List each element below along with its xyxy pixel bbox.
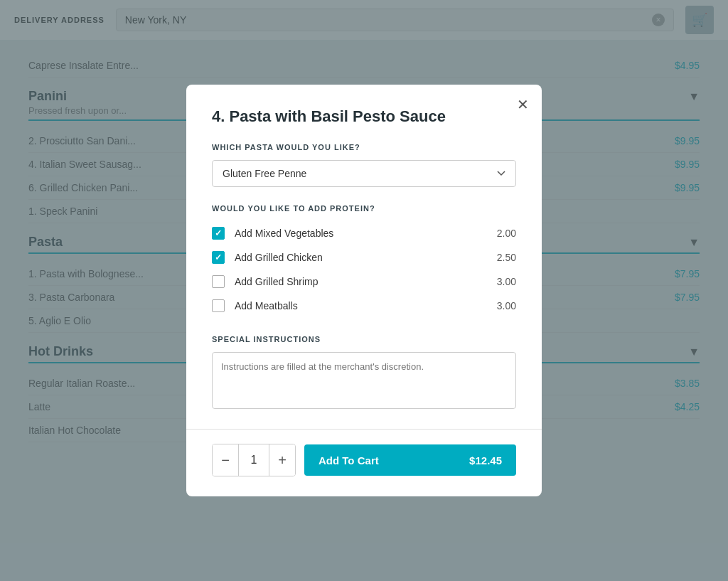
- item-customization-modal: ✕ 4. Pasta with Basil Pesto Sauce WHICH …: [186, 85, 542, 496]
- instructions-label: SPECIAL INSTRUCTIONS: [212, 335, 516, 343]
- pasta-selection-section: WHICH PASTA WOULD YOU LIKE? Regular Penn…: [212, 143, 516, 187]
- instructions-textarea[interactable]: [212, 352, 516, 409]
- grilled-chicken-checkbox[interactable]: ✓: [212, 251, 225, 264]
- protein-name: Add Grilled Shrimp: [235, 276, 497, 287]
- add-to-cart-button[interactable]: Add To Cart $12.45: [304, 444, 516, 476]
- add-to-cart-label: Add To Cart: [318, 454, 379, 467]
- protein-option-mixed-veg: ✓ Add Mixed Vegetables 2.00: [212, 221, 516, 245]
- protein-option-grilled-chicken: ✓ Add Grilled Chicken 2.50: [212, 245, 516, 270]
- protein-price: 2.00: [497, 228, 516, 239]
- protein-name: Add Grilled Chicken: [235, 252, 497, 263]
- meatballs-checkbox[interactable]: [212, 299, 225, 312]
- quantity-control: − 1 +: [212, 444, 296, 476]
- protein-name: Add Meatballs: [235, 300, 497, 311]
- quantity-decrease-button[interactable]: −: [213, 444, 238, 476]
- cart-total-price: $12.45: [469, 454, 502, 467]
- instructions-section: SPECIAL INSTRUCTIONS: [212, 335, 516, 412]
- protein-option-grilled-shrimp: Add Grilled Shrimp 3.00: [212, 270, 516, 294]
- pasta-dropdown[interactable]: Regular Penne Gluten Free Penne Spaghett…: [212, 160, 516, 187]
- grilled-shrimp-checkbox[interactable]: [212, 275, 225, 288]
- checkmark-icon: ✓: [215, 228, 222, 238]
- modal-divider: [186, 429, 542, 430]
- protein-price: 2.50: [497, 252, 516, 263]
- quantity-value: 1: [238, 444, 269, 476]
- close-button[interactable]: ✕: [517, 96, 529, 113]
- modal-title: 4. Pasta with Basil Pesto Sauce: [212, 107, 516, 126]
- modal-overlay: ✕ 4. Pasta with Basil Pesto Sauce WHICH …: [0, 0, 728, 581]
- protein-price: 3.00: [497, 300, 516, 311]
- quantity-increase-button[interactable]: +: [269, 444, 295, 476]
- modal-footer: − 1 + Add To Cart $12.45: [212, 444, 516, 476]
- mixed-veg-checkbox[interactable]: ✓: [212, 227, 225, 240]
- background-page: DELIVERY ADDRESS New York, NY × 🛒 Capres…: [0, 0, 728, 581]
- protein-option-meatballs: Add Meatballs 3.00: [212, 294, 516, 318]
- pasta-question-label: WHICH PASTA WOULD YOU LIKE?: [212, 143, 516, 151]
- protein-price: 3.00: [497, 276, 516, 287]
- protein-name: Add Mixed Vegetables: [235, 228, 497, 239]
- protein-section: WOULD YOU LIKE TO ADD PROTEIN? ✓ Add Mix…: [212, 204, 516, 318]
- checkmark-icon: ✓: [215, 252, 222, 262]
- protein-question-label: WOULD YOU LIKE TO ADD PROTEIN?: [212, 204, 516, 213]
